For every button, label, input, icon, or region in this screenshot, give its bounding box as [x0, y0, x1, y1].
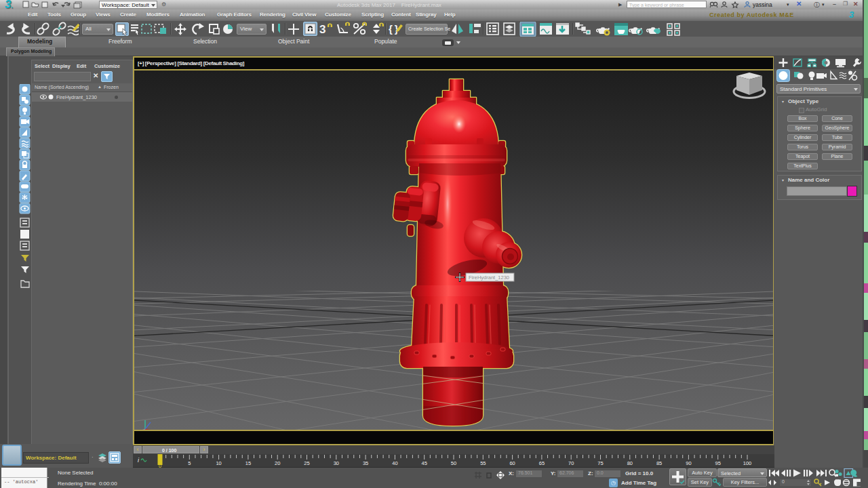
svg-text:15: 15 [245, 460, 251, 466]
svg-text:95: 95 [715, 460, 721, 466]
svg-text:{ }: { } [389, 23, 399, 35]
svg-text:30: 30 [334, 460, 339, 466]
svg-text:35: 35 [363, 460, 368, 466]
svg-text:65: 65 [539, 460, 545, 466]
svg-text:25: 25 [304, 460, 309, 466]
svg-text:70: 70 [568, 460, 574, 466]
svg-text:75: 75 [597, 460, 603, 466]
svg-text:60: 60 [509, 460, 515, 466]
svg-text:80: 80 [627, 460, 633, 466]
svg-text:10: 10 [216, 460, 221, 466]
svg-text:5: 5 [188, 460, 191, 466]
svg-text:100: 100 [743, 460, 752, 466]
svg-text:40: 40 [392, 460, 397, 466]
svg-text:0: 0 [159, 463, 161, 468]
svg-text:45: 45 [422, 460, 427, 466]
svg-text:55: 55 [480, 460, 486, 466]
svg-text:20: 20 [275, 460, 280, 466]
svg-text:50: 50 [451, 460, 456, 466]
svg-text:i: i [138, 457, 140, 464]
svg-text:FireHydrant_1230: FireHydrant_1230 [469, 274, 509, 281]
svg-text:90: 90 [686, 460, 691, 466]
svg-text:3: 3 [319, 23, 326, 36]
svg-text:85: 85 [656, 460, 662, 466]
